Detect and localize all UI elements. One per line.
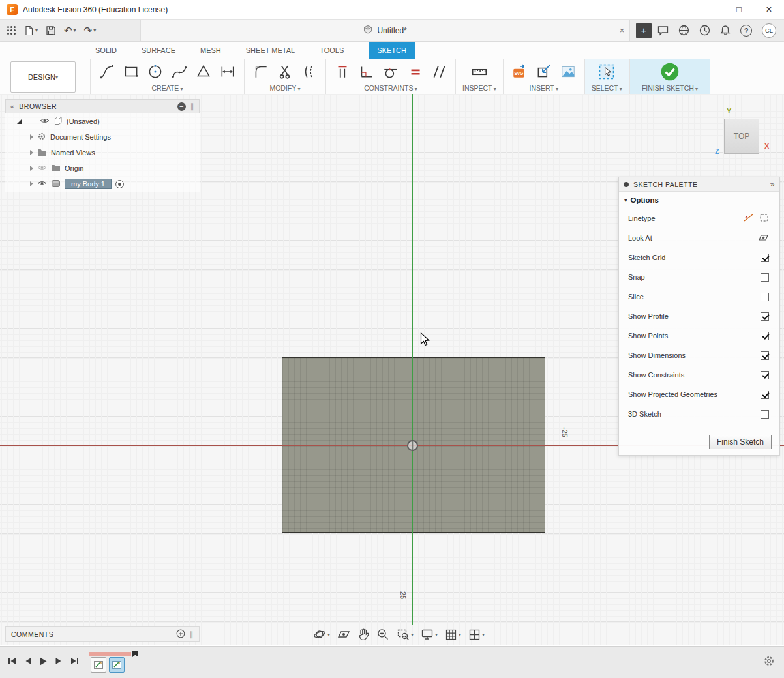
fillet-tool-icon[interactable] xyxy=(251,62,271,81)
look-at-nav-icon[interactable] xyxy=(337,628,350,641)
tab-sketch[interactable]: SKETCH xyxy=(369,42,415,59)
step-back-icon[interactable] xyxy=(24,656,32,668)
spline-tool-icon[interactable] xyxy=(170,62,189,81)
play-icon[interactable] xyxy=(39,656,48,669)
rectangle-tool-icon[interactable] xyxy=(121,62,141,81)
browser-item-document-settings[interactable]: Document Settings xyxy=(5,129,200,145)
browser-minimize-icon[interactable]: − xyxy=(177,102,186,111)
close-button[interactable]: × xyxy=(754,0,784,19)
circle-tool-icon[interactable] xyxy=(145,62,165,81)
sketch-grid-checkbox[interactable] xyxy=(761,254,769,262)
browser-item-root[interactable]: (Unsaved) xyxy=(5,113,200,129)
equal-constraint-icon[interactable] xyxy=(405,62,425,81)
polygon-tool-icon[interactable] xyxy=(194,62,213,81)
measure-tool-icon[interactable] xyxy=(470,62,489,81)
slice-checkbox[interactable] xyxy=(761,293,769,301)
finish-sketch-button[interactable]: Finish Sketch xyxy=(709,435,772,449)
collapsed-arrow-icon[interactable] xyxy=(30,166,33,171)
trim-scissors-icon[interactable] xyxy=(275,62,295,81)
file-menu-icon[interactable] xyxy=(24,25,38,36)
group-label-modify[interactable]: MODIFY xyxy=(251,82,319,95)
timeline-marker-strip[interactable] xyxy=(89,652,131,656)
tab-surface[interactable]: SURFACE xyxy=(142,42,175,59)
viewcube-top-face[interactable]: TOP xyxy=(724,119,759,154)
browser-item-label[interactable]: Origin xyxy=(65,164,83,172)
maximize-button[interactable]: □ xyxy=(724,0,754,19)
show-points-checkbox[interactable] xyxy=(761,332,769,340)
sketch-dimension-tool-icon[interactable] xyxy=(218,62,237,81)
show-dimensions-checkbox[interactable] xyxy=(761,351,769,360)
attach-canvas-icon[interactable] xyxy=(558,62,578,81)
tab-sheet-metal[interactable]: SHEET METAL xyxy=(246,42,295,59)
skip-to-end-icon[interactable] xyxy=(70,656,79,668)
finish-sketch-check-icon[interactable] xyxy=(660,62,680,81)
undo-icon[interactable]: ↶ xyxy=(64,25,76,35)
new-document-button[interactable]: + xyxy=(636,23,652,38)
snap-checkbox[interactable] xyxy=(761,273,769,282)
look-at-icon[interactable] xyxy=(758,233,769,243)
document-close-icon[interactable]: × xyxy=(620,26,624,35)
pan-hand-icon[interactable] xyxy=(357,628,369,641)
notifications-bell-icon[interactable] xyxy=(720,25,731,36)
browser-item-origin[interactable]: Origin xyxy=(5,160,200,176)
palette-expand-icon[interactable]: » xyxy=(770,180,775,189)
redo-icon[interactable]: ↷ xyxy=(84,25,97,35)
insert-svg-icon[interactable]: SVG xyxy=(510,62,530,81)
job-status-clock-icon[interactable] xyxy=(699,25,710,36)
collapsed-arrow-icon[interactable] xyxy=(30,150,33,155)
browser-item-label[interactable]: Named Views xyxy=(51,149,95,156)
centerline-linetype-icon[interactable] xyxy=(743,213,754,224)
step-forward-icon[interactable] xyxy=(55,656,63,668)
zoom-window-icon[interactable] xyxy=(397,628,414,641)
document-tab[interactable]: Untitled* × xyxy=(140,20,630,41)
tab-mesh[interactable]: MESH xyxy=(200,42,221,59)
help-icon[interactable]: ? xyxy=(740,25,752,37)
browser-grip[interactable]: ∥ xyxy=(190,102,194,111)
group-label-constraints[interactable]: CONSTRAINTS xyxy=(333,82,449,95)
activate-body-radio[interactable] xyxy=(115,180,124,188)
add-comment-icon[interactable] xyxy=(176,629,185,640)
selected-body-label[interactable]: my Body:1 xyxy=(65,179,112,189)
group-label-create[interactable]: CREATE xyxy=(97,82,237,95)
browser-collapse-icon[interactable]: « xyxy=(10,102,14,110)
workspace-selector[interactable]: DESIGN xyxy=(10,61,76,93)
timeline-position-marker[interactable] xyxy=(132,651,138,657)
timeline-sketch2-icon[interactable] xyxy=(109,657,125,673)
line-tool-icon[interactable] xyxy=(97,62,117,81)
browser-globe-icon[interactable] xyxy=(678,25,689,36)
group-label-finish-sketch[interactable]: FINISH SKETCH xyxy=(642,82,698,95)
group-label-select[interactable]: SELECT xyxy=(592,82,622,95)
model-canvas[interactable]: -25 25 « BROWSER − ∥ (U xyxy=(0,94,784,645)
comments-bubble-icon[interactable] xyxy=(657,25,669,36)
comments-panel[interactable]: COMMENTS ∥ xyxy=(5,626,200,642)
tab-solid[interactable]: SOLID xyxy=(95,42,117,59)
viewports-icon[interactable] xyxy=(468,628,485,641)
parallel-constraint-icon[interactable] xyxy=(429,62,449,81)
origin-point[interactable] xyxy=(407,440,418,451)
browser-item-label[interactable]: (Unsaved) xyxy=(67,117,100,125)
options-section-header[interactable]: Options xyxy=(619,192,779,209)
browser-header[interactable]: « BROWSER − ∥ xyxy=(5,99,200,113)
timeline-sketch1-icon[interactable] xyxy=(91,657,106,673)
tab-tools[interactable]: TOOLS xyxy=(320,42,344,59)
minimize-button[interactable]: — xyxy=(694,0,724,19)
browser-item-named-views[interactable]: Named Views xyxy=(5,145,200,160)
app-grid-menu-icon[interactable] xyxy=(7,25,16,35)
offset-tool-icon[interactable] xyxy=(299,62,319,81)
viewcube[interactable]: Y TOP X Z xyxy=(706,106,779,171)
tangent-constraint-icon[interactable] xyxy=(381,62,400,81)
collapsed-arrow-icon[interactable] xyxy=(30,134,33,140)
perpendicular-constraint-icon[interactable] xyxy=(357,62,376,81)
3d-sketch-checkbox[interactable] xyxy=(761,410,769,419)
expanded-arrow-icon[interactable] xyxy=(17,119,22,124)
construction-linetype-icon[interactable] xyxy=(759,213,769,224)
save-icon[interactable] xyxy=(46,25,56,36)
visibility-off-eye-icon[interactable] xyxy=(37,164,47,172)
sketch-palette-header[interactable]: SKETCH PALETTE » xyxy=(619,177,779,192)
group-label-insert[interactable]: INSERT xyxy=(510,82,578,95)
orbit-icon[interactable] xyxy=(313,628,330,641)
comments-grip[interactable]: ∥ xyxy=(190,630,194,639)
collapsed-arrow-icon[interactable] xyxy=(30,181,33,186)
browser-item-label[interactable]: Document Settings xyxy=(50,133,111,141)
visibility-eye-icon[interactable] xyxy=(40,117,50,125)
